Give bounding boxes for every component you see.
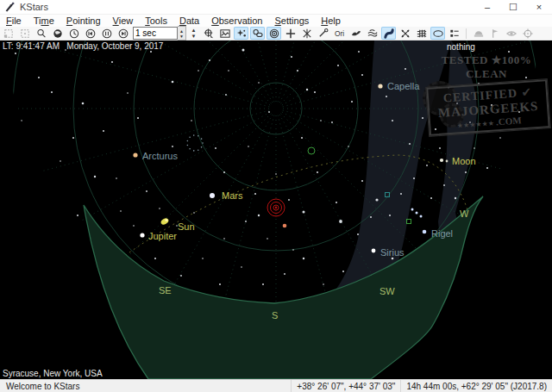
date-text: Monday, October 9, 2017	[66, 41, 163, 51]
time-step-inner-arrows[interactable]: ▲▼	[178, 26, 186, 40]
toggle-milky-way-button[interactable]	[381, 27, 396, 40]
toggle-ground-button[interactable]	[430, 27, 445, 40]
close-icon[interactable]: ×	[526, 0, 552, 14]
menu-time[interactable]: Time	[28, 15, 60, 27]
label-moon: Moon	[452, 156, 476, 166]
mars-object[interactable]	[210, 193, 215, 198]
image-icon	[219, 28, 231, 40]
stars-icon	[235, 28, 248, 40]
capella-object[interactable]	[378, 84, 382, 88]
compass-label-w: W	[460, 208, 469, 219]
toggle-stars-button[interactable]	[234, 27, 248, 40]
menu-data[interactable]: Data	[173, 15, 205, 27]
grid-icon	[416, 28, 428, 40]
title-bar: KStars – ☐ ×	[0, 0, 552, 15]
eye-icon	[505, 28, 518, 40]
compass-label-s: S	[272, 310, 278, 320]
stepfwd-icon	[117, 28, 129, 40]
label-mars: Mars	[222, 190, 243, 201]
step-forward-button[interactable]	[116, 27, 130, 40]
toggle-solar-system-button[interactable]	[267, 27, 281, 40]
focus-info-box[interactable]: nothing	[447, 42, 475, 52]
starcross-icon	[301, 28, 313, 40]
clock-icon	[68, 28, 80, 40]
toggle-equatorial-grid-button[interactable]	[398, 27, 412, 40]
moon-object[interactable]	[440, 159, 443, 162]
watermark-stars: ★★★★★★	[457, 120, 495, 130]
deepsky-icon	[252, 28, 264, 40]
betelgeuse-object[interactable]	[283, 224, 287, 228]
compass-label-se: SE	[159, 285, 172, 296]
menu-observation[interactable]: Observation	[205, 15, 268, 27]
crossarrows-icon	[399, 28, 411, 40]
pause-icon	[101, 28, 113, 40]
menu-file[interactable]: File	[0, 15, 28, 27]
time-step-unit-stepper[interactable]: ▲▼	[189, 28, 198, 40]
toggle-info-boxes-button[interactable]	[447, 27, 461, 40]
time-step-spinbox[interactable]: 1 sec ▲▼ ▲▼	[133, 26, 198, 40]
whats-interesting-button	[504, 27, 518, 40]
toggle-constellation-boundaries-button[interactable]	[299, 27, 314, 40]
rigel-object[interactable]	[423, 230, 427, 234]
toggle-constellation-lines-button[interactable]	[283, 27, 298, 40]
set-time-button[interactable]	[66, 27, 81, 40]
label-jupiter: Jupiter	[148, 231, 177, 241]
milkyway-icon	[383, 28, 395, 40]
focus-object-button[interactable]	[201, 27, 216, 40]
sky-map-canvas[interactable]: CapellaArcturusRigelSiriusMarsJupiterMoo…	[0, 40, 552, 379]
status-bar: Welcome to KStars +38° 26' 07", +44° 37'…	[0, 379, 552, 392]
flag-icon	[489, 28, 501, 40]
spiral-icon	[268, 28, 280, 40]
toggle-constellation-names-button[interactable]: Ori	[332, 27, 347, 40]
status-horizontal-coords: +38° 26' 07", +44° 37' 03"	[291, 380, 400, 392]
status-equatorial-coords: 14h 44m 00s, +62° 29' 05" (J2017.8)	[400, 380, 552, 392]
menu-settings[interactable]: Settings	[269, 15, 316, 27]
globe-icon	[52, 28, 64, 40]
toggle-comets-button[interactable]	[316, 27, 330, 40]
stop-clock-button[interactable]	[99, 27, 114, 40]
toggle-horizontal-grid-button[interactable]	[414, 27, 429, 40]
compass-label-sw: SW	[380, 286, 395, 296]
toolbar-separator	[466, 28, 467, 39]
location-text: Syracuse, New York, USA	[3, 369, 103, 378]
minimize-icon[interactable]: –	[474, 0, 500, 14]
set-geographic-location-button[interactable]	[50, 27, 65, 40]
label-rigel: Rigel	[431, 228, 453, 239]
find-object-button[interactable]	[34, 27, 48, 40]
local-time-text: LT: 9:41:47 AM	[3, 41, 60, 51]
toggle-constellation-art-button[interactable]	[348, 27, 363, 40]
maximize-icon[interactable]: ☐	[500, 0, 526, 14]
capture-image-button[interactable]	[217, 27, 232, 40]
plus-icon	[285, 28, 297, 40]
svg-text:Ori: Ori	[334, 29, 343, 38]
window-title: KStars	[20, 2, 48, 12]
checkmark-icon: ✔	[521, 84, 532, 99]
time-info-box[interactable]: LT: 9:41:47 AM Monday, October 9, 2017	[3, 41, 163, 51]
jupiter-object[interactable]	[140, 233, 144, 237]
fov-symbol-button	[17, 27, 32, 40]
label-arcturus: Arcturus	[142, 151, 178, 161]
label-sirius: Sirius	[380, 247, 405, 258]
toggle-flags-button[interactable]	[365, 27, 380, 40]
toggle-deep-sky-button[interactable]	[250, 27, 265, 40]
arcturus-object[interactable]	[133, 152, 137, 157]
menu-view[interactable]: View	[107, 15, 140, 27]
bird-icon	[350, 28, 362, 40]
telescope-crosshair-button	[520, 27, 535, 40]
label-capella: Capella	[387, 81, 420, 91]
kstars-app-icon	[4, 2, 16, 13]
menu-help[interactable]: Help	[315, 15, 347, 27]
label-sun: Sun	[178, 221, 195, 232]
menu-bar: FileTimePointingViewToolsDataObservation…	[0, 15, 552, 27]
moon-companion-dot	[446, 160, 448, 163]
dashedbox-icon	[3, 28, 15, 40]
menu-pointing[interactable]: Pointing	[60, 15, 107, 27]
time-step-value[interactable]: 1 sec	[133, 27, 178, 40]
location-info-box[interactable]: Syracuse, New York, USA	[3, 369, 103, 378]
majorgeeks-watermark: TESTED ★100% CLEAN CERTIFIED ✔ MAJORGEEK…	[421, 53, 552, 132]
step-backward-button[interactable]	[83, 27, 97, 40]
cometarrow-icon	[317, 28, 329, 40]
sirius-object[interactable]	[372, 249, 376, 253]
menu-tools[interactable]: Tools	[139, 15, 173, 27]
stepback-icon	[85, 28, 97, 40]
